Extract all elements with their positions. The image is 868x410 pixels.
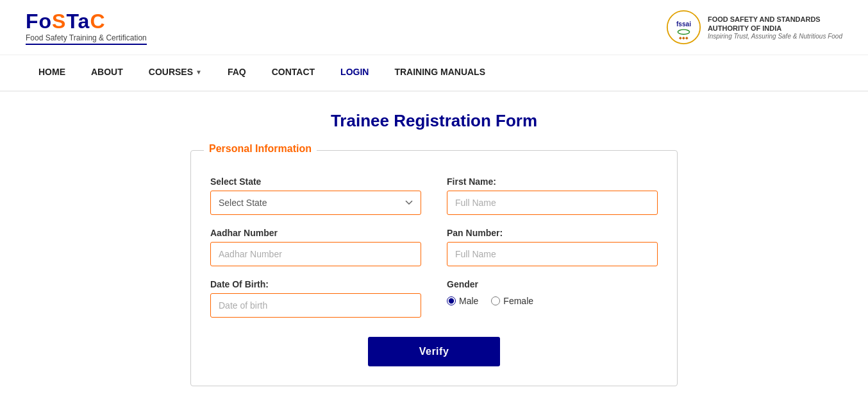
gender-label: Gender	[447, 279, 658, 289]
select-state-label: Select State	[210, 176, 421, 187]
nav-home[interactable]: HOME	[26, 55, 78, 90]
header: FoSTaC Food Safety Training & Certificat…	[0, 0, 868, 55]
nav-about[interactable]: ABOUT	[78, 55, 136, 90]
fssai-section: fssai ◆◆◆ FOOD SAFETY AND STANDARDS AUTH…	[666, 10, 842, 45]
logo-subtitle: Food Safety Training & Certification	[26, 33, 147, 45]
first-name-label: First Name:	[447, 176, 658, 187]
pan-label: Pan Number:	[447, 228, 658, 238]
first-name-input[interactable]	[447, 191, 658, 215]
nav-login[interactable]: LOGIN	[328, 55, 381, 90]
verify-row: Verify	[210, 337, 658, 366]
aadhar-input[interactable]	[210, 242, 421, 266]
dob-label: Date Of Birth:	[210, 279, 421, 289]
select-state-group: Select State Select State Andhra Pradesh…	[210, 176, 421, 215]
logo-text: FoSTaC	[26, 10, 147, 33]
aadhar-group: Aadhar Number	[210, 228, 421, 266]
fssai-name-line2: AUTHORITY OF INDIA	[708, 24, 842, 33]
dob-input[interactable]	[210, 293, 421, 318]
courses-chevron-icon: ▼	[196, 69, 202, 76]
svg-text:◆◆◆: ◆◆◆	[679, 35, 689, 40]
navigation: HOME ABOUT COURSES ▼ FAQ CONTACT LOGIN T…	[0, 55, 868, 92]
gender-male-option[interactable]: Male	[447, 296, 478, 306]
first-name-group: First Name:	[447, 176, 658, 215]
nav-courses[interactable]: COURSES ▼	[136, 55, 215, 90]
dob-group: Date Of Birth:	[210, 279, 421, 318]
gender-male-radio[interactable]	[447, 296, 456, 305]
gender-female-option[interactable]: Female	[491, 296, 533, 306]
select-state-input[interactable]: Select State Andhra Pradesh Arunachal Pr…	[210, 191, 421, 215]
fssai-name-line1: FOOD SAFETY AND STANDARDS	[708, 15, 842, 24]
registration-form-container: Personal Information Select State Select…	[190, 150, 678, 386]
nav-contact[interactable]: CONTACT	[259, 55, 328, 90]
nav-training-manuals[interactable]: TRAINING MANUALS	[381, 55, 498, 90]
fssai-logo-icon: fssai ◆◆◆	[666, 10, 701, 45]
pan-group: Pan Number:	[447, 228, 658, 266]
pan-input[interactable]	[447, 242, 658, 266]
gender-female-label: Female	[503, 296, 533, 306]
nav-faq[interactable]: FAQ	[215, 55, 259, 90]
gender-options: Male Female	[447, 293, 658, 306]
logo-section: FoSTaC Food Safety Training & Certificat…	[26, 10, 147, 45]
page-title: Trainee Registration Form	[26, 111, 842, 131]
svg-text:fssai: fssai	[676, 21, 691, 28]
fssai-tagline: Inspiring Trust, Assuring Safe & Nutriti…	[708, 33, 842, 40]
section-legend: Personal Information	[204, 143, 317, 155]
aadhar-label: Aadhar Number	[210, 228, 421, 238]
gender-male-label: Male	[459, 296, 478, 306]
main-content: Trainee Registration Form Personal Infor…	[0, 92, 868, 406]
verify-button[interactable]: Verify	[368, 337, 501, 366]
gender-group: Gender Male Female	[447, 279, 658, 318]
fssai-text: FOOD SAFETY AND STANDARDS AUTHORITY OF I…	[708, 15, 842, 40]
gender-female-radio[interactable]	[491, 296, 500, 305]
form-grid: Select State Select State Andhra Pradesh…	[210, 176, 658, 366]
